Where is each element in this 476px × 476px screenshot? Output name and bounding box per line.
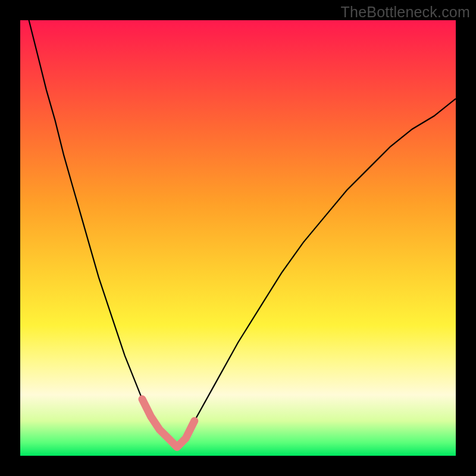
watermark-text: TheBottleneck.com: [341, 4, 470, 21]
chart-svg: [20, 20, 456, 456]
chart-marker-segment: [142, 399, 195, 447]
chart-plot-area: [20, 20, 456, 456]
chart-curve: [20, 20, 456, 447]
